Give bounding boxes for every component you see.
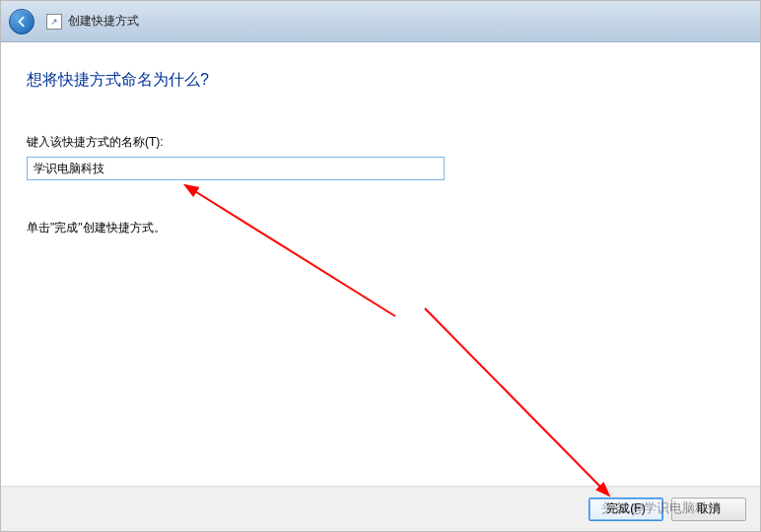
finish-button[interactable]: 完成(F) xyxy=(588,498,663,521)
wizard-content: 想将快捷方式命名为什么? 键入该快捷方式的名称(T): 单击"完成"创建快捷方式… xyxy=(1,42,760,488)
name-label: 键入该快捷方式的名称(T): xyxy=(27,134,734,151)
cancel-button[interactable]: 取消 xyxy=(671,498,746,521)
shortcut-name-input[interactable] xyxy=(27,157,445,180)
back-button[interactable] xyxy=(9,9,35,34)
titlebar: ↗ 创建快捷方式 xyxy=(1,1,760,42)
shortcut-icon: ↗ xyxy=(46,14,62,30)
hint-text: 单击"完成"创建快捷方式。 xyxy=(27,220,734,236)
page-heading: 想将快捷方式命名为什么? xyxy=(27,70,734,91)
button-bar: 完成(F) 取消 xyxy=(1,486,760,531)
window-title: 创建快捷方式 xyxy=(68,13,139,30)
back-arrow-icon xyxy=(15,15,29,29)
